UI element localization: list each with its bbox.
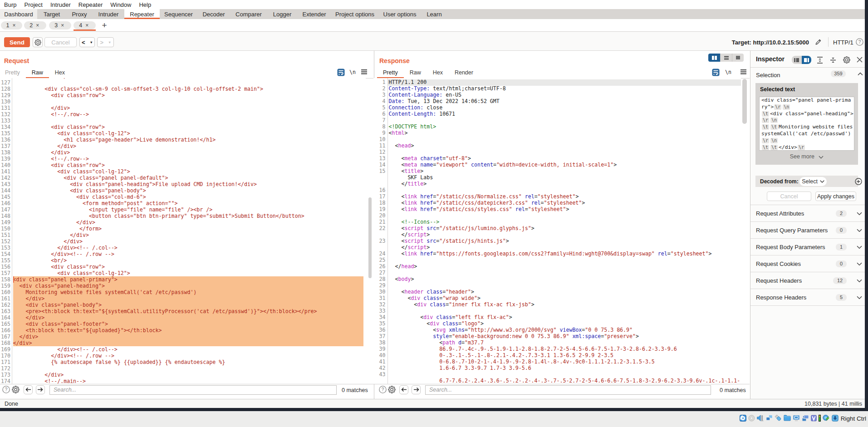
main-tab-decoder[interactable]: Decoder	[197, 9, 230, 19]
close-tab-icon[interactable]: ×	[61, 22, 64, 29]
repeater-tab-4[interactable]: 4×	[74, 21, 96, 29]
inspector-section-request-headers[interactable]: Request Headers12	[750, 272, 865, 289]
send-options-gear-button[interactable]	[33, 37, 43, 47]
request-menu-hamburger-icon[interactable]	[361, 69, 367, 74]
inspector-section-response-headers[interactable]: Response Headers5	[750, 289, 865, 305]
request-tab-raw[interactable]: Raw	[26, 67, 49, 78]
vm-usb-icon[interactable]	[775, 414, 782, 422]
close-icon[interactable]	[857, 57, 863, 63]
show-newlines-icon[interactable]: \n	[349, 69, 356, 75]
request-editor[interactable]: 126 <!--/.row-->127128 <div class="col-s…	[0, 78, 366, 384]
http-version-selector[interactable]: HTTP/1	[833, 39, 853, 46]
close-tab-icon[interactable]: ×	[13, 22, 16, 29]
search-help-icon[interactable]: ?	[2, 386, 10, 393]
response-vertical-scrollbar[interactable]	[742, 79, 747, 124]
response-search-input[interactable]: Search...	[425, 385, 711, 395]
previous-request-button[interactable]: <▼	[79, 37, 95, 47]
search-previous-button[interactable]	[399, 385, 408, 394]
menu-repeater[interactable]: Repeater	[78, 1, 103, 8]
repeater-tab-1[interactable]: 1×	[1, 21, 22, 29]
vm-display-icon[interactable]	[793, 415, 800, 422]
main-tab-intruder[interactable]: Intruder	[93, 9, 124, 19]
inspector-section-request-query-parameters[interactable]: Request Query Parameters0	[750, 221, 865, 238]
expand-all-icon[interactable]	[817, 57, 823, 64]
menu-intruder[interactable]: Intruder	[50, 1, 71, 8]
main-tab-logger[interactable]: Logger	[267, 9, 297, 19]
cancel-button[interactable]: Cancel	[44, 37, 77, 47]
response-menu-hamburger-icon[interactable]	[740, 69, 746, 74]
vm-network-icon[interactable]	[766, 415, 773, 421]
main-tab-sequencer[interactable]: Sequencer	[160, 9, 197, 19]
main-tab-user-options[interactable]: User options	[378, 9, 421, 19]
request-vertical-scrollbar[interactable]	[368, 197, 372, 278]
main-tab-project-options[interactable]: Project options	[331, 9, 378, 19]
close-tab-icon[interactable]: ×	[85, 22, 88, 29]
vm-indicator-icon[interactable]	[819, 415, 821, 422]
vm-keyboard-icon[interactable]	[832, 415, 839, 422]
response-tab-render[interactable]: Render	[449, 67, 479, 78]
line-number: 168	[0, 340, 10, 346]
add-decoder-icon[interactable]	[855, 178, 862, 185]
selected-text-content[interactable]: <div class="panel panel-primary">\r\n\t<…	[759, 97, 854, 151]
menu-burp[interactable]: Burp	[4, 1, 16, 8]
decoded-from-select[interactable]: Select	[799, 177, 827, 186]
vm-recording-icon[interactable]	[802, 415, 809, 422]
dock-right-button[interactable]	[802, 56, 812, 64]
inspector-settings-gear-icon[interactable]	[843, 56, 850, 64]
search-settings-gear-icon[interactable]	[388, 386, 396, 393]
response-editor[interactable]: 1HTTP/1.1 2002Content-Type: text/html;ch…	[374, 78, 741, 384]
menu-window[interactable]: Window	[110, 1, 131, 8]
request-tab-hex[interactable]: Hex	[49, 67, 71, 78]
collapse-all-icon[interactable]	[830, 57, 836, 64]
response-tab-hex[interactable]: Hex	[427, 67, 449, 78]
vm-audio-icon[interactable]	[757, 415, 764, 422]
inspector-section-request-cookies[interactable]: Request Cookies0	[750, 255, 865, 272]
vm-cd-icon[interactable]	[748, 415, 755, 422]
response-tab-raw[interactable]: Raw	[404, 67, 427, 78]
request-search-input[interactable]: Search...	[49, 385, 337, 395]
vm-folder-icon[interactable]	[784, 415, 791, 421]
search-settings-gear-icon[interactable]	[12, 386, 20, 393]
new-repeater-tab-button[interactable]: +	[99, 20, 109, 30]
response-tab-pretty[interactable]: Pretty	[377, 67, 404, 78]
vm-hdd-icon[interactable]	[740, 415, 746, 422]
close-tab-icon[interactable]: ×	[36, 22, 39, 29]
word-wrap-icon[interactable]	[337, 69, 345, 76]
menu-help[interactable]: Help	[139, 1, 151, 8]
dock-left-button[interactable]	[792, 56, 802, 64]
tk-k: </	[401, 244, 407, 250]
selection-section-header[interactable]: Selection 359	[750, 67, 865, 83]
word-wrap-icon[interactable]	[712, 69, 720, 76]
search-next-button[interactable]	[412, 385, 421, 394]
send-button[interactable]: Send	[4, 37, 30, 47]
layout-columns-button[interactable]	[708, 54, 720, 62]
main-tab-proxy[interactable]: Proxy	[66, 9, 93, 19]
main-tab-extender[interactable]: Extender	[297, 9, 331, 19]
menu-project[interactable]: Project	[24, 1, 42, 8]
repeater-tab-2[interactable]: 2×	[24, 21, 46, 29]
layout-rows-button[interactable]	[720, 54, 732, 62]
main-tab-comparer[interactable]: Comparer	[230, 9, 267, 19]
help-icon[interactable]: ?	[856, 38, 863, 46]
layout-single-button[interactable]	[732, 54, 744, 62]
inspector-section-request-attributes[interactable]: Request Attributes2	[750, 205, 865, 221]
edit-target-pencil-icon[interactable]	[814, 38, 822, 46]
tk-v: 0-6.8-.7-10-2-1-.4-1.9-.9-2.8-1.4l-.8-.4…	[439, 358, 655, 365]
vm-mouse-icon[interactable]	[823, 414, 830, 422]
apply-changes-button[interactable]: Apply changes	[815, 191, 856, 201]
search-help-icon[interactable]: ?	[379, 386, 387, 393]
main-tab-learn[interactable]: Learn	[421, 9, 447, 19]
main-tab-dashboard[interactable]: Dashboard	[0, 9, 37, 19]
search-previous-button[interactable]	[24, 385, 33, 394]
next-request-button[interactable]: >▼	[97, 37, 114, 47]
search-next-button[interactable]	[36, 385, 45, 394]
vm-vchip-icon[interactable]	[811, 415, 817, 422]
show-newlines-icon[interactable]: \n	[725, 69, 731, 75]
main-tab-repeater[interactable]: Repeater	[124, 9, 160, 19]
repeater-tab-3[interactable]: 3×	[49, 21, 71, 29]
inspector-section-request-body-parameters[interactable]: Request Body Parameters1	[750, 238, 865, 255]
request-tab-pretty[interactable]: Pretty	[0, 67, 26, 78]
inspector-cancel-button[interactable]: Cancel	[767, 191, 811, 201]
see-more-button[interactable]: See more	[755, 153, 858, 160]
main-tab-target[interactable]: Target	[37, 9, 66, 19]
